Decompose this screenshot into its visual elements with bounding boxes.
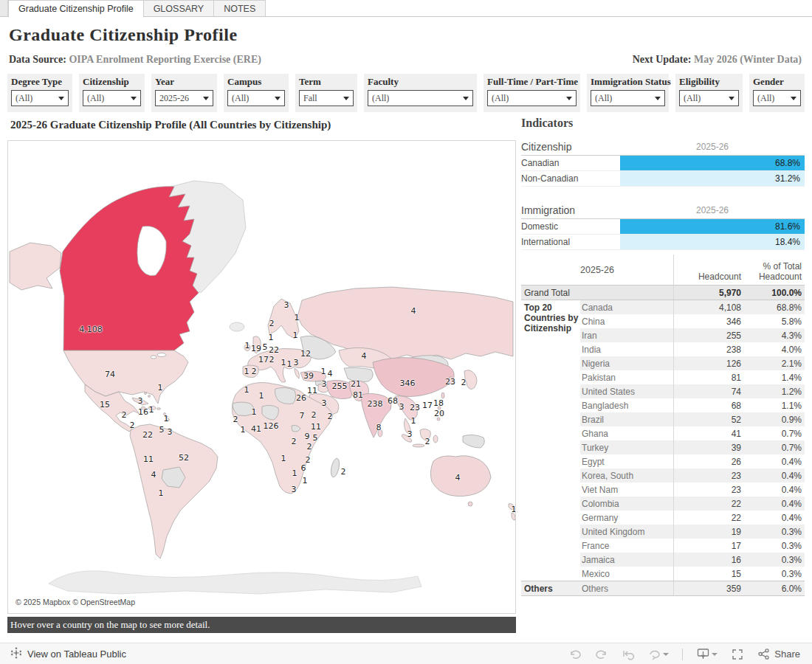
indicator-name: Immigration	[521, 204, 620, 216]
caret-down-icon	[791, 97, 796, 100]
table-row[interactable]: China 346 5.8%	[580, 314, 805, 328]
table-pct-header[interactable]: % of Total Headcount	[746, 261, 805, 285]
table-row[interactable]: United Kingdom 19 0.3%	[580, 525, 805, 539]
dashboard-root: Graduate Citizenship ProfileGLOSSARYNOTE…	[0, 0, 812, 664]
indicator-bar: 81.6%	[620, 219, 805, 234]
filter-bar: Degree Type (All) Citizenship (All) Year…	[7, 74, 805, 112]
toolbar: Share	[568, 647, 812, 661]
caret-down-icon	[655, 97, 661, 100]
tab-label: Graduate Citizenship Profile	[18, 4, 134, 14]
redo-button[interactable]	[595, 648, 608, 661]
country-cell: Korea, South	[580, 471, 673, 481]
filter-dropdown[interactable]: (All)	[753, 90, 801, 106]
pct-cell: 0.3%	[746, 569, 805, 579]
country-cell: Colombia	[580, 499, 673, 509]
reset-button[interactable]	[622, 648, 635, 661]
table-row[interactable]: France 17 0.3%	[580, 539, 805, 553]
indicator-row[interactable]: Non-Canadian 31.2%	[521, 171, 805, 187]
table-headcount-header[interactable]: Headcount	[673, 255, 746, 285]
view-on-tableau-public-link[interactable]: View on Tableau Public	[0, 647, 126, 661]
caret-down-icon	[203, 97, 209, 100]
share-button[interactable]: Share	[757, 648, 800, 660]
others-row[interactable]: Others Others 359 6.0%	[521, 581, 805, 596]
grand-total-label: Grand Total	[521, 288, 673, 298]
table-row[interactable]: Korea, South 23 0.4%	[580, 468, 805, 483]
filter-dropdown[interactable]: (All)	[368, 90, 473, 106]
filter-dropdown[interactable]: (All)	[487, 90, 577, 106]
refresh-button[interactable]	[648, 648, 669, 661]
world-map[interactable]: 4,10874115316122153221152413121111952217…	[7, 140, 516, 614]
filter: Gender (All)	[749, 74, 805, 112]
filter-dropdown[interactable]: (All)	[11, 90, 69, 106]
grand-total-row[interactable]: Grand Total 5,970 100.0%	[521, 286, 805, 300]
country-cell: Jamaica	[580, 555, 673, 565]
indicator-pct: 18.4%	[775, 237, 800, 247]
filter-dropdown[interactable]: Fall	[299, 90, 354, 106]
table-row[interactable]: India 238 4.0%	[580, 342, 805, 356]
headcount-cell: 26	[673, 454, 746, 468]
filter-dropdown[interactable]: (All)	[679, 90, 739, 106]
country-cell: China	[580, 317, 673, 327]
table-row[interactable]: Egypt 26 0.4%	[580, 454, 805, 468]
tab[interactable]: Graduate Citizenship Profile	[8, 0, 144, 16]
table-row[interactable]: Nigeria 126 2.1%	[580, 356, 805, 370]
filter-label: Term	[299, 76, 354, 88]
indicator-row[interactable]: Domestic 81.6%	[521, 219, 805, 235]
grand-total-pct: 100.0%	[746, 288, 805, 298]
table-row[interactable]: Pakistan 81 1.4%	[580, 370, 805, 384]
table-row[interactable]: Bangladesh 68 1.1%	[580, 398, 805, 412]
tab[interactable]: NOTES	[213, 0, 266, 16]
filter-value: (All)	[757, 93, 774, 104]
headcount-cell: 16	[673, 553, 746, 567]
filter: Year 2025-26	[151, 74, 217, 112]
data-source-value: OIPA Enrolment Reporting Exercise (ERE)	[69, 54, 261, 65]
next-update-line: Next Update: May 2026 (Winter Data)	[633, 54, 802, 66]
table-row[interactable]: Viet Nam 23 0.4%	[580, 483, 805, 497]
table-row[interactable]: Turkey 39 0.7%	[580, 440, 805, 454]
filter-value: (All)	[684, 93, 701, 104]
country-cell: Pakistan	[580, 373, 673, 383]
table-row[interactable]: Ghana 41 0.7%	[580, 426, 805, 440]
tab-label: NOTES	[224, 4, 255, 14]
headcount-cell: 346	[673, 314, 746, 328]
table-row[interactable]: United States 74 1.2%	[580, 384, 805, 398]
table-row[interactable]: Iran 255 4.3%	[580, 328, 805, 342]
table-row[interactable]: Brazil 52 0.9%	[580, 412, 805, 426]
caret-down-icon	[729, 97, 734, 100]
indicator-rows: Canadian 68.8% Non-Canadian 31.2%	[521, 156, 805, 187]
table-row[interactable]: Jamaica 16 0.3%	[580, 553, 805, 567]
country-cell: Bangladesh	[580, 401, 673, 411]
pct-cell: 1.2%	[746, 387, 805, 397]
filter-label: Citizenship	[83, 76, 141, 88]
filter-dropdown[interactable]: 2025-26	[155, 90, 213, 106]
caret-down-icon	[275, 97, 281, 100]
pct-cell: 0.3%	[746, 555, 805, 565]
indicators-panel: Citizenship 2025-26 Canadian 68.8% Non-C…	[521, 139, 805, 266]
country-cell: Turkey	[580, 443, 673, 453]
table-row[interactable]: Colombia 22 0.4%	[580, 497, 805, 511]
filter: Campus (All)	[224, 74, 289, 112]
table-body: Top 20 Countries by Citizenship Canada 4…	[521, 300, 805, 581]
filter-dropdown[interactable]: (All)	[83, 90, 141, 106]
headcount-cell: 23	[673, 483, 746, 497]
table-row[interactable]: Canada 4,108 68.8%	[580, 300, 805, 314]
table-period-header[interactable]: 2025-26	[521, 255, 673, 285]
caret-down-icon	[58, 97, 64, 100]
fullscreen-button[interactable]	[731, 648, 744, 661]
map-attribution[interactable]: © 2025 Mapbox © OpenStreetMap	[13, 597, 138, 607]
tableau-logo-icon	[10, 647, 22, 661]
country-cell: Germany	[580, 513, 673, 523]
undo-button[interactable]	[568, 648, 582, 661]
country-cell: Nigeria	[580, 359, 673, 369]
filter-value: (All)	[492, 93, 509, 104]
tab[interactable]: GLOSSARY	[143, 0, 215, 16]
table-row[interactable]: Mexico 15 0.3%	[580, 567, 805, 581]
indicator-row[interactable]: International 18.4%	[521, 235, 805, 250]
refresh-caret-icon	[663, 653, 669, 656]
indicator-row[interactable]: Canadian 68.8%	[521, 156, 805, 171]
filter-dropdown[interactable]: (All)	[227, 90, 285, 106]
caret-down-icon	[343, 97, 349, 100]
filter-dropdown[interactable]: (All)	[591, 90, 665, 106]
download-button[interactable]	[696, 647, 718, 661]
table-row[interactable]: Germany 22 0.4%	[580, 511, 805, 525]
